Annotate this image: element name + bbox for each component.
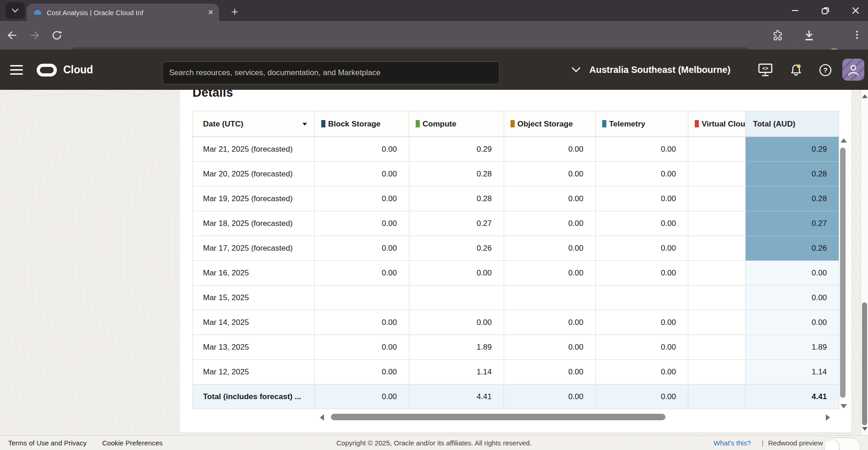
table-row: Mar 16, 20250.000.000.000.000.00 bbox=[193, 261, 839, 285]
hamburger-menu-icon[interactable] bbox=[10, 65, 23, 75]
redwood-preview-toggle[interactable] bbox=[822, 438, 861, 450]
download-icon[interactable] bbox=[803, 29, 815, 42]
total-cell: 0.29 bbox=[746, 137, 839, 162]
total-cell: 0.27 bbox=[746, 211, 839, 236]
table-row: Mar 19, 2025 (forecasted)0.000.280.000.0… bbox=[193, 187, 839, 211]
back-icon[interactable] bbox=[5, 28, 19, 43]
legend-swatch-icon bbox=[321, 120, 325, 127]
value-cell: 0.00 bbox=[596, 360, 688, 384]
page-scroll-down-icon[interactable] bbox=[862, 427, 868, 431]
value-cell: 0.00 bbox=[596, 335, 688, 360]
date-cell: Mar 12, 2025 bbox=[193, 360, 315, 384]
tab-close-icon[interactable]: ✕ bbox=[208, 8, 214, 16]
column-label: Date (UTC) bbox=[203, 120, 243, 128]
column-header-date-utc[interactable]: Date (UTC) bbox=[193, 111, 315, 137]
forward-icon[interactable] bbox=[27, 28, 42, 43]
total-cell: 0.00 bbox=[746, 285, 839, 310]
copyright-text: Copyright © 2025, Oracle and/or its affi… bbox=[336, 436, 532, 450]
page-scroll-up-icon[interactable] bbox=[862, 94, 868, 98]
value-cell: 0.00 bbox=[504, 137, 596, 162]
global-search[interactable] bbox=[162, 61, 500, 84]
total-cell: 0.00 bbox=[746, 310, 839, 335]
value-cell bbox=[688, 137, 746, 162]
help-icon[interactable]: ? bbox=[819, 63, 832, 77]
value-cell: 1.14 bbox=[409, 360, 504, 384]
table-vertical-scrollbar[interactable] bbox=[840, 148, 846, 398]
table-scroll-up-icon[interactable] bbox=[841, 138, 847, 143]
value-cell: 0.00 bbox=[504, 384, 596, 409]
date-cell: Mar 20, 2025 (forecasted) bbox=[193, 162, 315, 187]
value-cell: 0.00 bbox=[596, 137, 688, 162]
legend-swatch-icon bbox=[602, 120, 606, 127]
value-cell bbox=[688, 187, 746, 211]
date-cell: Mar 18, 2025 (forecasted) bbox=[193, 211, 315, 236]
value-cell: 0.28 bbox=[409, 187, 504, 211]
brand-label: Cloud bbox=[63, 63, 93, 76]
total-cell: 0.26 bbox=[746, 236, 839, 261]
table-row: Mar 20, 2025 (forecasted)0.000.280.000.0… bbox=[193, 162, 839, 187]
svg-text:<>: <> bbox=[763, 66, 769, 71]
sort-caret-icon bbox=[302, 123, 307, 126]
value-cell bbox=[688, 335, 746, 360]
column-label: Block Storage bbox=[328, 120, 380, 128]
user-avatar[interactable] bbox=[842, 59, 864, 81]
tab-search-button[interactable] bbox=[5, 2, 25, 19]
extensions-puzzle-icon[interactable] bbox=[772, 29, 784, 41]
value-cell: 0.00 bbox=[596, 162, 688, 187]
cost-table: Date (UTC)Block StorageComputeObject Sto… bbox=[192, 111, 839, 409]
minimize-icon[interactable] bbox=[791, 6, 799, 15]
restore-icon[interactable] bbox=[821, 6, 830, 15]
value-cell: 0.27 bbox=[409, 211, 504, 236]
cloud-favicon-icon bbox=[33, 8, 42, 17]
page-content: Details Date (UTC)Block StorageComputeOb… bbox=[0, 90, 868, 435]
table-scroll-down-icon[interactable] bbox=[841, 404, 847, 408]
table-scroll-left-icon[interactable] bbox=[320, 414, 324, 421]
details-card: Details Date (UTC)Block StorageComputeOb… bbox=[180, 90, 851, 433]
value-cell bbox=[688, 236, 746, 261]
value-cell: 0.00 bbox=[409, 261, 504, 285]
value-cell bbox=[315, 285, 409, 310]
value-cell bbox=[504, 285, 596, 310]
date-cell: Total (includes forecast) ... bbox=[193, 384, 315, 409]
table-horizontal-scrollbar[interactable] bbox=[331, 414, 665, 420]
tab-title: Cost Analysis | Oracle Cloud Inf bbox=[47, 9, 204, 16]
table-scroll-right-icon[interactable] bbox=[826, 414, 830, 421]
column-label: Compute bbox=[423, 120, 456, 128]
close-window-icon[interactable] bbox=[852, 6, 860, 15]
value-cell: 0.00 bbox=[504, 236, 596, 261]
column-header-virtual-clou: Virtual Clou bbox=[688, 111, 746, 137]
terms-link[interactable]: Terms of Use and Privacy bbox=[8, 436, 87, 450]
value-cell bbox=[688, 285, 746, 310]
cookie-preferences-link[interactable]: Cookie Preferences bbox=[102, 436, 163, 450]
svg-text:?: ? bbox=[823, 66, 827, 74]
value-cell: 0.00 bbox=[504, 310, 596, 335]
value-cell: 0.00 bbox=[504, 261, 596, 285]
reload-icon[interactable] bbox=[49, 28, 64, 43]
browser-tab[interactable]: Cost Analysis | Oracle Cloud Inf ✕ bbox=[27, 4, 219, 21]
column-label: Telemetry bbox=[609, 120, 645, 128]
legend-swatch-icon bbox=[416, 120, 420, 127]
column-label: Virtual Clou bbox=[702, 120, 745, 128]
date-cell: Mar 16, 2025 bbox=[193, 261, 315, 285]
new-tab-button[interactable]: + bbox=[227, 4, 242, 19]
value-cell: 0.00 bbox=[596, 236, 688, 261]
table-row: Mar 21, 2025 (forecasted)0.000.290.000.0… bbox=[193, 137, 839, 162]
value-cell: 0.00 bbox=[315, 261, 409, 285]
page-scrollbar-thumb[interactable] bbox=[862, 302, 867, 425]
region-selector[interactable]: Australia Southeast (Melbourne) bbox=[571, 49, 731, 90]
search-input[interactable] bbox=[163, 68, 499, 77]
oci-header: Cloud Australia Southeast (Melbourne) <>… bbox=[0, 49, 868, 90]
oracle-logo-icon[interactable] bbox=[37, 64, 57, 77]
value-cell: 0.00 bbox=[596, 211, 688, 236]
date-cell: Mar 17, 2025 (forecasted) bbox=[193, 236, 315, 261]
cloud-shell-icon[interactable]: <> bbox=[758, 63, 773, 77]
value-cell: 0.26 bbox=[409, 236, 504, 261]
whats-this-link[interactable]: What's this? bbox=[714, 436, 751, 450]
footer: Terms of Use and Privacy Cookie Preferen… bbox=[0, 435, 868, 450]
value-cell: 0.00 bbox=[596, 261, 688, 285]
browser-menu-icon[interactable] bbox=[852, 29, 863, 40]
total-cell: 0.00 bbox=[746, 261, 839, 285]
total-cell: 0.28 bbox=[746, 187, 839, 211]
value-cell: 0.00 bbox=[315, 335, 409, 360]
notifications-bell-icon[interactable] bbox=[789, 63, 803, 77]
